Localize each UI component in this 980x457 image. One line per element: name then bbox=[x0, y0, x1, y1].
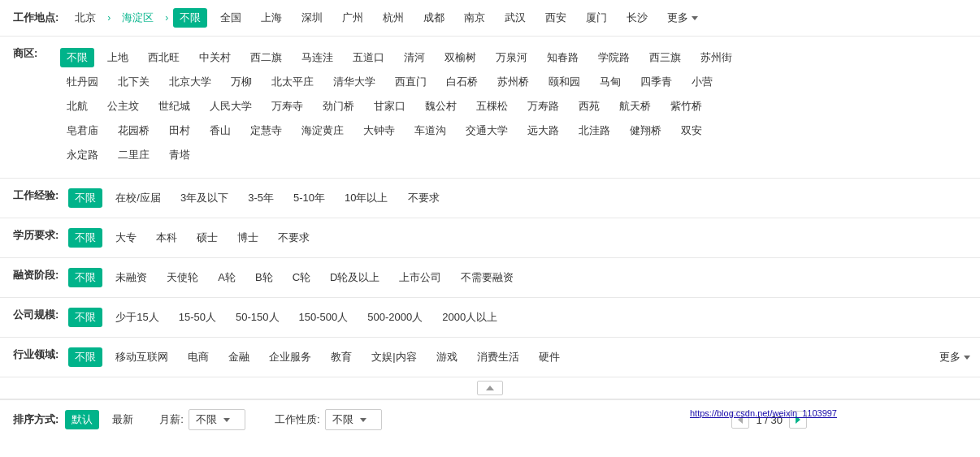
experience-campus[interactable]: 在校/应届 bbox=[109, 188, 167, 208]
city-shenzhen[interactable]: 深圳 bbox=[295, 8, 329, 28]
district-qinghe[interactable]: 清河 bbox=[397, 48, 431, 67]
city-shanghai[interactable]: 上海 bbox=[254, 8, 288, 28]
size-15-50[interactable]: 15-50人 bbox=[172, 308, 223, 327]
district-hangtiangqiao[interactable]: 航天桥 bbox=[613, 97, 657, 116]
funding-clun[interactable]: C轮 bbox=[286, 268, 317, 287]
experience-unlimited[interactable]: 不限 bbox=[68, 188, 102, 208]
district-suzhoujie[interactable]: 苏州街 bbox=[694, 48, 739, 67]
district-chedaogou[interactable]: 车道沟 bbox=[408, 121, 453, 140]
district-xiyuan[interactable]: 西苑 bbox=[572, 97, 606, 116]
funding-weironzi[interactable]: 未融资 bbox=[109, 268, 154, 287]
district-xiaoying[interactable]: 小营 bbox=[685, 72, 719, 92]
district-sijiaqing[interactable]: 四季青 bbox=[634, 72, 679, 92]
district-bjuniv[interactable]: 北京大学 bbox=[163, 72, 218, 92]
size-15[interactable]: 少于15人 bbox=[109, 308, 165, 327]
location-more-btn[interactable]: 更多 bbox=[661, 8, 705, 28]
industry-more-btn[interactable]: 更多 bbox=[933, 347, 977, 367]
district-mudanyuan[interactable]: 牡丹园 bbox=[60, 72, 105, 92]
district-beixiaguan[interactable]: 北下关 bbox=[111, 72, 156, 92]
district-tiancun[interactable]: 田村 bbox=[163, 121, 197, 140]
education-boshi[interactable]: 博士 bbox=[231, 228, 265, 248]
city-hangzhou[interactable]: 杭州 bbox=[376, 8, 410, 28]
education-benke[interactable]: 本科 bbox=[150, 228, 184, 248]
size-500-2000[interactable]: 500-2000人 bbox=[361, 308, 429, 327]
district-beitaipingzhuang[interactable]: 北太平庄 bbox=[265, 72, 320, 92]
district-wukesong[interactable]: 五棵松 bbox=[470, 97, 514, 116]
experience-none[interactable]: 不要求 bbox=[401, 188, 446, 208]
funding-not-needed[interactable]: 不需要融资 bbox=[454, 268, 520, 287]
district-gongzhufen[interactable]: 公主坟 bbox=[101, 97, 145, 116]
city-quanguo[interactable]: 全国 bbox=[214, 8, 248, 28]
industry-hardware[interactable]: 硬件 bbox=[532, 347, 566, 367]
sort-default-btn[interactable]: 默认 bbox=[65, 410, 99, 429]
district-zhichunlu[interactable]: 知春路 bbox=[540, 48, 585, 67]
city-xiamen[interactable]: 厦门 bbox=[579, 8, 614, 28]
district-dinghueisi[interactable]: 定慧寺 bbox=[244, 121, 288, 140]
city-xian[interactable]: 西安 bbox=[539, 8, 573, 28]
breadcrumb-beijing[interactable]: 北京 bbox=[68, 8, 102, 28]
city-changsha[interactable]: 长沙 bbox=[620, 8, 654, 28]
city-nanjing[interactable]: 南京 bbox=[457, 8, 492, 28]
district-weigongcun[interactable]: 魏公村 bbox=[418, 97, 463, 116]
experience-10plus[interactable]: 10年以上 bbox=[338, 188, 394, 208]
district-wanshoulu[interactable]: 万寿路 bbox=[521, 97, 566, 116]
district-xiangshan[interactable]: 香山 bbox=[203, 121, 237, 140]
education-dazhuan[interactable]: 大专 bbox=[109, 228, 143, 248]
funding-blun[interactable]: B轮 bbox=[249, 268, 280, 287]
funding-dlun[interactable]: D轮及以上 bbox=[323, 268, 386, 287]
district-yongdinglu[interactable]: 永定路 bbox=[60, 145, 105, 165]
district-beiwalu[interactable]: 北洼路 bbox=[572, 121, 617, 140]
size-unlimited[interactable]: 不限 bbox=[68, 308, 102, 327]
district-shuangyushu[interactable]: 双榆树 bbox=[438, 48, 483, 67]
district-zizhuqiao[interactable]: 紫竹桥 bbox=[664, 97, 709, 116]
district-ganjiakuo[interactable]: 甘家口 bbox=[367, 97, 412, 116]
district-unlimited[interactable]: 不限 bbox=[60, 48, 94, 67]
district-qinghuauniv[interactable]: 清华大学 bbox=[327, 72, 382, 92]
district-yiheyuan[interactable]: 颐和园 bbox=[542, 72, 587, 92]
district-xizhimen[interactable]: 西直门 bbox=[388, 72, 433, 92]
district-qingta[interactable]: 青塔 bbox=[163, 145, 197, 165]
district-jiaotong[interactable]: 交通大学 bbox=[459, 121, 514, 140]
district-madien[interactable]: 马甸 bbox=[593, 72, 627, 92]
industry-education[interactable]: 教育 bbox=[324, 347, 358, 367]
job-type-select[interactable]: 不限 bbox=[325, 409, 382, 430]
industry-finance[interactable]: 金融 bbox=[222, 347, 256, 367]
district-suzhouqiao[interactable]: 苏州桥 bbox=[491, 72, 536, 92]
industry-game[interactable]: 游戏 bbox=[430, 347, 464, 367]
city-guangzhou[interactable]: 广州 bbox=[336, 8, 370, 28]
city-wuhan[interactable]: 武汉 bbox=[498, 8, 532, 28]
city-chengdu[interactable]: 成都 bbox=[417, 8, 451, 28]
district-xueyuanlu[interactable]: 学院路 bbox=[592, 48, 636, 67]
experience-3-5[interactable]: 3-5年 bbox=[241, 188, 280, 208]
education-unlimited[interactable]: 不限 bbox=[68, 228, 102, 248]
industry-consumer[interactable]: 消费生活 bbox=[470, 347, 526, 367]
salary-select[interactable]: 不限 bbox=[189, 409, 245, 430]
district-shijicheng[interactable]: 世纪城 bbox=[152, 97, 197, 116]
district-xibeiwang[interactable]: 西北旺 bbox=[141, 48, 186, 67]
size-50-150[interactable]: 50-150人 bbox=[229, 308, 285, 327]
district-yuandalu[interactable]: 远大路 bbox=[521, 121, 566, 140]
district-erlizhuang[interactable]: 二里庄 bbox=[111, 145, 156, 165]
industry-entertainment[interactable]: 文娱|内容 bbox=[365, 347, 423, 367]
district-zaojunmiao[interactable]: 皂君庙 bbox=[60, 121, 105, 140]
district-malianzhuang[interactable]: 马连洼 bbox=[295, 48, 340, 67]
district-xieerqi[interactable]: 西二旗 bbox=[244, 48, 288, 67]
district-haidianhuangzhuang[interactable]: 海淀黄庄 bbox=[295, 121, 350, 140]
district-beihang[interactable]: 北航 bbox=[60, 97, 94, 116]
district-jinmenqiao[interactable]: 劲门桥 bbox=[316, 97, 361, 116]
funding-alun[interactable]: A轮 bbox=[211, 268, 242, 287]
industry-ecommerce[interactable]: 电商 bbox=[181, 347, 215, 367]
industry-unlimited[interactable]: 不限 bbox=[68, 347, 102, 367]
size-2000plus[interactable]: 2000人以上 bbox=[436, 308, 504, 327]
district-wudaokou[interactable]: 五道口 bbox=[346, 48, 391, 67]
industry-mobile[interactable]: 移动互联网 bbox=[109, 347, 175, 367]
education-shuoshi[interactable]: 硕士 bbox=[190, 228, 224, 248]
scroll-up-btn[interactable] bbox=[477, 381, 503, 395]
industry-enterprise[interactable]: 企业服务 bbox=[262, 347, 318, 367]
district-baishiqiao[interactable]: 白石桥 bbox=[440, 72, 484, 92]
district-shuangan[interactable]: 双安 bbox=[674, 121, 709, 140]
breadcrumb-haidian[interactable]: 海淀区 bbox=[115, 8, 160, 28]
experience-3years[interactable]: 3年及以下 bbox=[174, 188, 235, 208]
funding-tianshilun[interactable]: 天使轮 bbox=[160, 268, 205, 287]
district-wanliu[interactable]: 万柳 bbox=[224, 72, 258, 92]
